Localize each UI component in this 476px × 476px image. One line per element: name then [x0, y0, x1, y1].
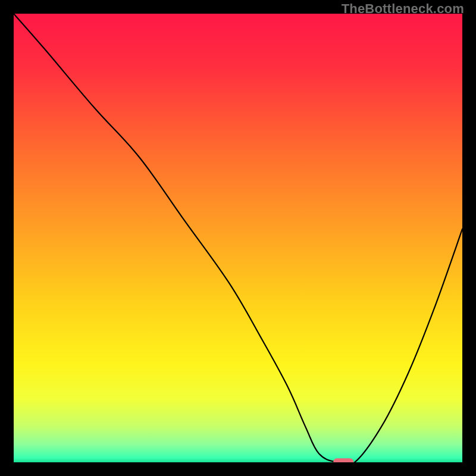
bottleneck-curve: [14, 14, 462, 462]
plot-area: [14, 14, 462, 462]
chart-container: TheBottleneck.com: [0, 0, 476, 476]
chart-overlay: [14, 14, 462, 462]
optimal-marker: [333, 458, 353, 462]
watermark-text: TheBottleneck.com: [342, 1, 464, 17]
